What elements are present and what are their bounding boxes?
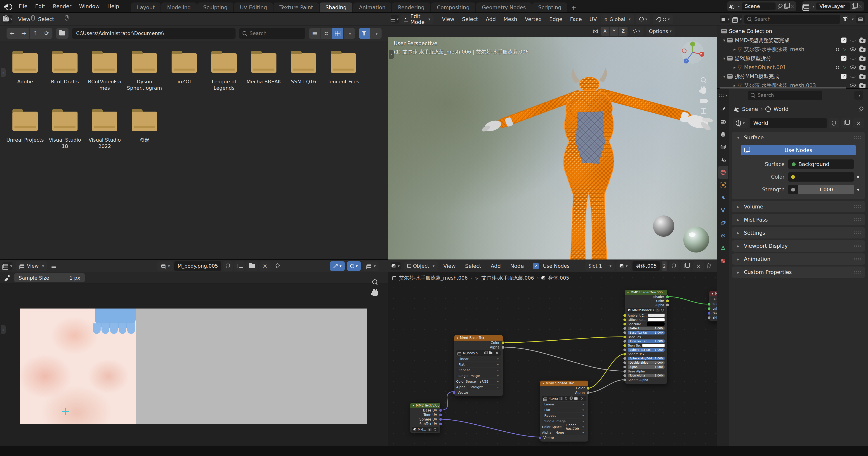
menu-file[interactable]: File — [15, 0, 31, 12]
value-slider[interactable]: Double Sided0.000 — [628, 361, 664, 364]
value-slider[interactable]: Alpha1.000 — [628, 365, 664, 369]
fake-user-shield-button[interactable] — [829, 118, 839, 128]
socket-color-out[interactable] — [666, 299, 669, 302]
viewport-menu-face[interactable]: Face — [566, 13, 586, 26]
unlink-world-button[interactable] — [853, 118, 864, 128]
animate-dot[interactable] — [857, 176, 859, 178]
hide-eye-icon[interactable] — [850, 57, 856, 60]
back-button[interactable]: ← — [6, 28, 18, 39]
viewport-menu-view[interactable]: View — [438, 13, 458, 26]
hide-eye-icon[interactable] — [850, 75, 856, 78]
socket-volume-in[interactable] — [708, 307, 711, 310]
tab-texture-paint[interactable]: Texture Paint — [274, 2, 319, 12]
duplicate-icon[interactable] — [784, 4, 788, 8]
shader-menu-select[interactable]: Select — [461, 260, 485, 272]
tab-object[interactable] — [718, 178, 728, 191]
tab-uv-editing[interactable]: UV Editing — [234, 2, 273, 12]
menu-render[interactable]: Render — [49, 0, 75, 12]
extension-dropdown[interactable]: Repeat — [542, 413, 586, 418]
material-name-field[interactable]: 身体.005 — [632, 261, 660, 271]
tab-particles[interactable] — [718, 204, 728, 217]
pin-icon[interactable] — [858, 106, 863, 112]
scene-selector[interactable]: Scene — [727, 1, 796, 11]
value-slider[interactable]: Reflect1.000 — [628, 327, 664, 330]
thumbnail-display-button[interactable] — [332, 28, 344, 39]
orthographic-toggle-icon[interactable] — [701, 108, 706, 113]
disable-render-icon[interactable] — [860, 66, 866, 70]
folder-item[interactable]: League of Legends — [204, 51, 244, 109]
tab-shading[interactable]: Shading — [320, 2, 352, 12]
unlink-image-button[interactable] — [259, 261, 271, 271]
folder-item[interactable]: Mecha BREAK — [244, 51, 284, 109]
editor-type-shader-icon[interactable] — [391, 262, 401, 270]
toggle-sidebar-arrow[interactable]: › — [1, 325, 6, 334]
socket-thickness-in[interactable] — [708, 316, 711, 319]
tab-world[interactable] — [718, 166, 728, 178]
socket-vector-in[interactable] — [453, 391, 456, 394]
menu-help[interactable]: Help — [103, 0, 123, 12]
socket-alpha-out[interactable] — [501, 346, 504, 349]
animate-dot[interactable] — [857, 189, 859, 191]
socket-color-out[interactable] — [501, 341, 504, 345]
mist-pass-panel-header[interactable]: ▸Mist Pass — [732, 214, 865, 225]
mesh-model[interactable] — [388, 37, 717, 260]
tab-render[interactable] — [718, 116, 728, 128]
color-space-dropdown[interactable]: Linear Rec.709 — [563, 424, 586, 429]
tab-tool[interactable] — [718, 103, 728, 116]
shader-type-dropdown[interactable]: Object — [404, 261, 438, 271]
material-user-count[interactable]: 2 — [662, 261, 667, 271]
editor-type-outliner-icon[interactable] — [720, 15, 730, 24]
viewport-menu-uv[interactable]: UV — [586, 13, 601, 26]
image-snap-toggle[interactable] — [330, 261, 345, 271]
node-mmdtexuv[interactable]: MMDTexUV.005 Base UV Toon UV Sphere UV S… — [410, 402, 440, 433]
new-collection-button[interactable] — [856, 15, 865, 24]
sample-size-field[interactable]: Sample Size 1 px — [14, 273, 85, 282]
value-slider[interactable]: Toon Alpha1.000 — [628, 374, 664, 378]
source-dropdown[interactable]: Single Image — [456, 373, 501, 378]
create-directory-button[interactable] — [56, 28, 68, 39]
image-canvas[interactable] — [20, 308, 367, 424]
outliner-row-object[interactable]: ▸ MeshObject.001 — [717, 63, 868, 72]
world-name-field[interactable] — [750, 118, 827, 128]
settings-panel-header[interactable]: ▸Settings — [732, 227, 865, 238]
tab-sculpting[interactable]: Sculpting — [197, 2, 233, 12]
folder-item[interactable]: 图形 — [125, 109, 164, 167]
node-material-output[interactable]: Mat... All Surfac Volum Displa Thickn — [709, 291, 717, 322]
image-name-field[interactable]: M_body.png.005 — [174, 261, 221, 271]
panel-drag-grip[interactable] — [853, 205, 862, 208]
volume-panel-header[interactable]: ▸Volume — [732, 201, 865, 212]
surface-panel-header[interactable]: ▾ Surface — [732, 132, 865, 143]
properties-search-input[interactable] — [758, 93, 810, 98]
collection-checkbox[interactable] — [841, 56, 846, 61]
editor-type-3d-viewport-icon[interactable] — [391, 15, 399, 24]
image-editor-menu-icon[interactable] — [51, 262, 57, 270]
disable-render-icon[interactable] — [860, 57, 866, 61]
menu-edit[interactable]: Edit — [31, 0, 49, 12]
panel-drag-grip[interactable] — [853, 244, 862, 248]
node-canvas[interactable]: 艾尔莎-水手服泳装_mesh.006 › 艾尔莎-水手服泳装.006 › 身体.… — [388, 272, 717, 446]
outliner-row-scene-collection[interactable]: Scene Collection — [717, 27, 868, 36]
panel-drag-grip[interactable] — [853, 257, 862, 261]
source-dropdown[interactable]: Single Image — [542, 419, 586, 424]
editor-type-image-icon[interactable] — [2, 262, 12, 270]
socket-alpha-out[interactable] — [666, 303, 669, 306]
menu-window[interactable]: Window — [75, 0, 103, 12]
node-mmdshaderdev[interactable]: MMDShaderDev.005 Shader Color Alpha MMDS… — [625, 290, 668, 384]
toggle-sidebar-arrow[interactable]: › — [1, 68, 6, 77]
pin-icon[interactable] — [275, 263, 280, 269]
viewport-menu-edge[interactable]: Edge — [546, 13, 566, 26]
outliner-search-input[interactable] — [754, 17, 793, 22]
interpolation-dropdown[interactable]: Linear — [456, 356, 501, 361]
file-path-field[interactable] — [72, 28, 236, 39]
transform-orientation-dropdown[interactable]: ↯ Global — [600, 14, 634, 24]
folder-item[interactable]: inZOI — [164, 51, 204, 109]
open-image-button[interactable] — [246, 261, 258, 271]
socket-base-uv[interactable] — [439, 409, 442, 412]
folder-item[interactable]: Tencent Files — [323, 51, 363, 109]
hide-eye-icon[interactable] — [850, 65, 856, 69]
duplicate-icon[interactable] — [852, 4, 856, 8]
image-display-dropdown[interactable] — [363, 261, 379, 271]
editor-type-properties-icon[interactable] — [718, 91, 728, 100]
tab-layout[interactable]: Layout — [131, 2, 160, 12]
viewlayer-selector[interactable]: ViewLayer — [802, 1, 864, 11]
